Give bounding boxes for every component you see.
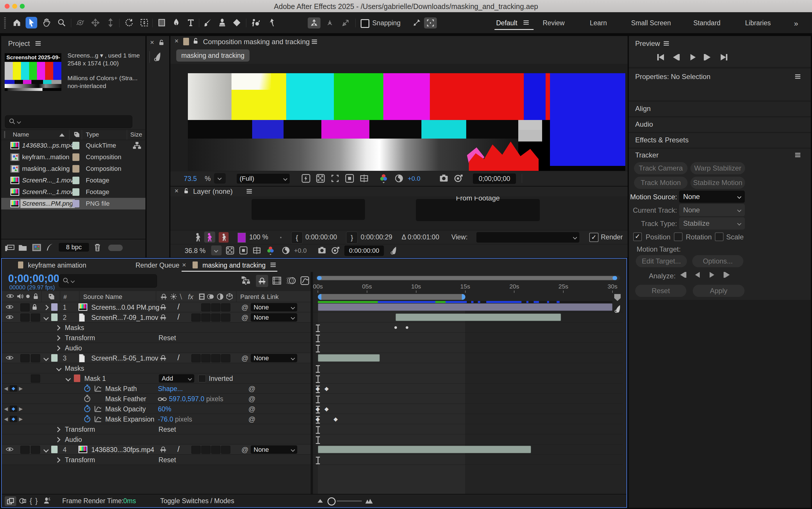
time-ruler[interactable]: 00s05s10s15s20s25s30s	[318, 282, 613, 294]
expand-chevron-icon[interactable]	[55, 325, 60, 330]
new-composition-icon[interactable]	[32, 243, 41, 251]
alpha-boundary-value[interactable]: 100 %	[249, 233, 268, 241]
lock-icon[interactable]	[159, 39, 164, 45]
next-keyframe-icon[interactable]: ▶	[19, 416, 23, 422]
property-value[interactable]: 60%	[158, 405, 171, 413]
item-name[interactable]: Screens...PM.png	[20, 199, 75, 208]
first-frame-icon[interactable]	[657, 54, 664, 62]
current-track-dropdown[interactable]: None	[679, 204, 745, 216]
expand-chevron-icon[interactable]	[56, 366, 61, 371]
fast-previews-icon[interactable]	[301, 174, 311, 183]
keyframe-toggle-icon[interactable]: ◆	[9, 385, 17, 392]
layer-label-swatch[interactable]	[51, 446, 58, 453]
column-type[interactable]: Type	[86, 131, 99, 138]
tab-render-queue[interactable]: Render Queue	[135, 262, 180, 269]
expand-chevron-icon[interactable]	[55, 345, 60, 351]
rectangle-tool-icon[interactable]	[156, 17, 167, 29]
tab-keyframe-animation[interactable]: keyframe animation	[28, 262, 86, 269]
quality-switch-icon[interactable]: /	[178, 445, 180, 454]
roto-brush-mode-icon[interactable]	[204, 232, 215, 243]
eye-icon[interactable]	[6, 304, 13, 309]
rotation-checkbox[interactable]	[674, 232, 683, 241]
hand-tool-icon[interactable]	[41, 17, 52, 29]
mask-inverted-checkbox[interactable]	[198, 375, 206, 382]
toolbar-drag-handle[interactable]	[4, 18, 6, 29]
toggle-switches-modes-button[interactable]: Toggle Switches / Modes	[160, 497, 234, 505]
workspace-tab-libraries[interactable]: Libraries	[745, 19, 771, 27]
project-item-row[interactable]: ScreenR..._1.movFootage	[1, 175, 146, 186]
shy-switch-icon[interactable]	[159, 354, 167, 362]
effects-presets-panel-header[interactable]: Effects & Presets	[629, 133, 811, 147]
keyframe-diamond[interactable]: ◆	[324, 406, 329, 412]
reset-link[interactable]: Reset	[158, 334, 176, 342]
close-tab-icon[interactable]: ×	[175, 37, 179, 45]
timeline-row-Mask 1[interactable]: Mask 1AddInverted	[2, 373, 311, 383]
exposure-icon[interactable]	[282, 246, 290, 255]
reset-link[interactable]: Reset	[158, 456, 176, 464]
property-pickwhip-icon[interactable]: @	[248, 395, 255, 403]
unlock-icon[interactable]	[193, 38, 198, 44]
property-label[interactable]: Mask Expansion	[105, 415, 154, 423]
home-tool-icon[interactable]	[11, 17, 23, 29]
keyframe-diamond[interactable]: ◆	[316, 416, 320, 422]
scrollbar-right-cap[interactable]	[613, 276, 617, 280]
paint-panel-icon[interactable]	[390, 246, 397, 255]
parent-pickwhip-icon[interactable]: @	[241, 313, 248, 321]
expand-layer-switches-icon[interactable]	[5, 496, 16, 506]
work-area-end-handle[interactable]	[462, 294, 465, 300]
graph-icon[interactable]	[94, 415, 102, 422]
render-checkbox[interactable]: ✓	[589, 233, 598, 242]
expand-chevron-icon[interactable]	[43, 355, 49, 361]
snapshot-camera-icon[interactable]	[318, 246, 326, 254]
shy-switch-icon[interactable]	[159, 313, 167, 321]
workspace-tab-small-screen[interactable]: Small Screen	[631, 19, 671, 27]
in-point-value[interactable]: 0:00:00:00	[305, 233, 337, 241]
group-label[interactable]: Transform	[65, 334, 95, 342]
eye-icon[interactable]	[6, 315, 13, 319]
refine-edge-icon[interactable]	[219, 232, 228, 243]
expand-chevron-icon[interactable]	[43, 447, 49, 452]
workspace-tab-standard[interactable]: Standard	[693, 19, 720, 27]
group-label[interactable]: Audio	[65, 344, 82, 352]
graph-icon[interactable]	[94, 385, 102, 392]
item-label-swatch[interactable]	[72, 188, 80, 196]
tracker-panel-menu-icon[interactable]	[795, 153, 800, 158]
layer-magnification-value[interactable]: 36.8 %	[185, 247, 206, 255]
orbit-camera-tool-icon[interactable]	[74, 17, 86, 29]
item-name[interactable]: ScreenR..._1.mov	[22, 188, 73, 196]
layer-source-name[interactable]: ScreenR...7-09_1.mov	[91, 314, 158, 321]
keyframe-diamond[interactable]: ◆	[316, 406, 320, 412]
work-area-bar[interactable]	[318, 294, 465, 300]
composition-mini-flowchart-icon[interactable]	[241, 276, 251, 285]
group-label[interactable]: Transform	[65, 426, 95, 434]
edit-corners-icon[interactable]	[424, 18, 437, 29]
show-snapshot-icon[interactable]	[331, 246, 340, 254]
keyframe-toggle-icon[interactable]: ◆	[9, 406, 17, 412]
motion-blur-icon[interactable]	[286, 276, 296, 285]
expand-chevron-icon[interactable]	[43, 315, 49, 320]
shy-switch-icon[interactable]	[159, 446, 167, 453]
track-row[interactable]	[313, 343, 623, 353]
property-pickwhip-icon[interactable]: @	[248, 385, 255, 393]
timeline-row-Masks[interactable]: Masks	[2, 323, 311, 333]
mask-name[interactable]: Mask 1	[84, 375, 106, 383]
expand-chevron-icon[interactable]	[55, 335, 60, 340]
layer-exposure-value[interactable]: +0.0	[294, 247, 307, 254]
timeline-row-Masks[interactable]: Masks	[2, 363, 311, 373]
group-label[interactable]: Audio	[65, 436, 82, 444]
timeline-row-Transform[interactable]: TransformReset	[2, 455, 311, 465]
type-tool-icon[interactable]	[185, 17, 197, 29]
preview-panel-menu-icon[interactable]	[664, 41, 669, 46]
layer-label-swatch[interactable]	[51, 354, 58, 362]
property-label[interactable]: Mask Feather	[105, 395, 146, 403]
region-of-interest-icon[interactable]	[331, 174, 340, 183]
project-item-row[interactable]: Screens...PM.pngPNG file	[1, 198, 146, 209]
layer-tab-title[interactable]: Layer (none)	[193, 188, 233, 196]
item-name[interactable]: ScreenR..._1.mov	[22, 177, 73, 184]
paint-panel-icon[interactable]	[153, 52, 162, 62]
item-name[interactable]: keyfram...mation	[22, 154, 69, 161]
graph-icon[interactable]	[94, 405, 102, 412]
show-snapshot-icon[interactable]	[454, 174, 463, 182]
track-row[interactable]	[313, 333, 623, 343]
project-item-row[interactable]: keyfram...mationComposition	[1, 151, 146, 163]
